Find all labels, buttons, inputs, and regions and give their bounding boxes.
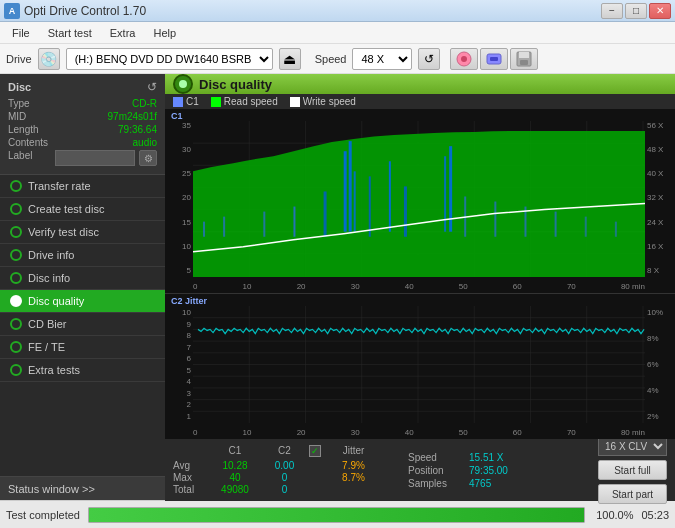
charts-area: C1 35 30 25 20 15 10 5 56 X 48 X 40 X — [165, 109, 675, 501]
start-full-button[interactable]: Start full — [598, 460, 667, 480]
disc-refresh-icon[interactable]: ↺ — [147, 80, 157, 94]
disc-length-val: 79:36.64 — [118, 124, 157, 135]
nav-circle-icon — [10, 203, 22, 215]
sidebar-item-extra-tests[interactable]: Extra tests — [0, 359, 165, 382]
y-label: 8 — [167, 331, 191, 340]
x-label: 10 — [243, 282, 252, 291]
sidebar-item-create-test-disc[interactable]: Create test disc — [0, 198, 165, 221]
app-title: Opti Drive Control 1.70 — [24, 4, 146, 18]
chart-c1-label: C1 — [171, 111, 183, 121]
x-label: 50 — [459, 282, 468, 291]
chart-c1-x-axis: 0 10 20 30 40 50 60 70 80 min — [193, 282, 645, 291]
disc-info-title: Disc — [8, 81, 31, 93]
sidebar-item-transfer-rate[interactable]: Transfer rate — [0, 175, 165, 198]
menu-start-test[interactable]: Start test — [40, 25, 100, 41]
svg-rect-6 — [520, 60, 528, 65]
chart-c2-x-axis: 0 10 20 30 40 50 60 70 80 min — [193, 428, 645, 437]
x-label: 40 — [405, 282, 414, 291]
legend-write-speed: Write speed — [290, 96, 356, 107]
svg-point-1 — [461, 56, 467, 62]
speed-refresh-button[interactable]: ↺ — [418, 48, 440, 70]
x-label: 20 — [297, 428, 306, 437]
title-bar-left: A Opti Drive Control 1.70 — [4, 3, 146, 19]
svg-rect-23 — [354, 171, 356, 231]
close-button[interactable]: ✕ — [649, 3, 671, 19]
chart-c1-y-axis-right: 56 X 48 X 40 X 32 X 24 X 16 X 8 X — [645, 119, 675, 277]
nav-circle-icon — [10, 318, 22, 330]
sidebar-item-drive-info[interactable]: Drive info — [0, 244, 165, 267]
sidebar-item-cd-bier[interactable]: CD Bier — [0, 313, 165, 336]
svg-rect-3 — [490, 57, 498, 61]
sidebar-item-verify-test-disc[interactable]: Verify test disc — [0, 221, 165, 244]
legend-c1: C1 — [173, 96, 199, 107]
drive-action-pink[interactable] — [450, 48, 478, 70]
jitter-checkbox[interactable] — [309, 445, 321, 457]
maximize-button[interactable]: □ — [625, 3, 647, 19]
chart-c2-label: C2 Jitter — [171, 296, 207, 306]
eject-button[interactable]: ⏏ — [279, 48, 301, 70]
y-label-right: 56 X — [647, 121, 673, 130]
x-label: 60 — [513, 428, 522, 437]
sidebar-item-disc-info[interactable]: Disc info — [0, 267, 165, 290]
menu-file[interactable]: File — [4, 25, 38, 41]
menu-help[interactable]: Help — [145, 25, 184, 41]
chart-c1-svg — [193, 121, 645, 277]
disc-contents-row: Contents audio — [8, 137, 157, 148]
drive-label: Drive — [6, 53, 32, 65]
svg-rect-31 — [324, 191, 327, 236]
disc-info-header: Disc ↺ — [8, 80, 157, 94]
disc-contents-val: audio — [133, 137, 157, 148]
stats-max-c1: 40 — [210, 472, 260, 483]
svg-rect-35 — [494, 202, 496, 237]
y-label-right: 2% — [647, 412, 673, 421]
svg-rect-22 — [349, 141, 352, 232]
drive-action-blue[interactable] — [480, 48, 508, 70]
chart-c2-y-axis-right: 10% 8% 6% 4% 2% — [645, 306, 675, 423]
y-label: 6 — [167, 354, 191, 363]
status-window-button[interactable]: Status window >> — [0, 476, 165, 500]
label-input-row: ⚙ — [55, 150, 157, 166]
svg-rect-33 — [404, 186, 407, 236]
stats-avg-jitter: 7.9% — [331, 460, 376, 471]
stats-avg-label: Avg — [173, 460, 208, 471]
stats-avg-c2: 0.00 — [262, 460, 307, 471]
y-label: 5 — [167, 366, 191, 375]
stats-max-jitter: 8.7% — [331, 472, 376, 483]
legend-write-speed-label: Write speed — [303, 96, 356, 107]
label-edit-button[interactable]: ⚙ — [139, 150, 157, 166]
stats-max-row: Max 40 0 8.7% — [173, 472, 376, 483]
speed-stat-label: Speed — [408, 452, 463, 463]
progress-percentage: 100.0% — [593, 509, 633, 521]
sidebar-item-label: Disc info — [28, 272, 70, 284]
svg-rect-39 — [615, 222, 617, 237]
y-label: 30 — [167, 145, 191, 154]
sidebar-item-disc-quality[interactable]: Disc quality — [0, 290, 165, 313]
sidebar-item-label: Extra tests — [28, 364, 80, 376]
y-label-right: 8 X — [647, 266, 673, 275]
nav-circle-icon — [10, 226, 22, 238]
chart-c2: C2 Jitter 10 9 8 7 6 5 4 3 2 1 — [165, 294, 675, 439]
drive-select[interactable]: (H:) BENQ DVD DD DW1640 BSRB — [66, 48, 273, 70]
nav-circle-icon — [10, 249, 22, 261]
drive-action-save[interactable] — [510, 48, 538, 70]
svg-rect-37 — [555, 212, 557, 237]
clv-select[interactable]: 16 X CLV — [598, 436, 667, 456]
stats-avg-row: Avg 10.28 0.00 7.9% — [173, 460, 376, 471]
x-label: 60 — [513, 282, 522, 291]
sidebar-item-fe-te[interactable]: FE / TE — [0, 336, 165, 359]
speed-select[interactable]: 48 X — [352, 48, 412, 70]
disc-contents-key: Contents — [8, 137, 48, 148]
stats-total-c1: 49080 — [210, 484, 260, 495]
label-input[interactable] — [55, 150, 135, 166]
drive-bar: Drive 💿 (H:) BENQ DVD DD DW1640 BSRB ⏏ S… — [0, 44, 675, 74]
nav-circle-icon — [10, 364, 22, 376]
status-text: Test completed — [6, 509, 80, 521]
svg-rect-24 — [389, 161, 391, 231]
menu-extra[interactable]: Extra — [102, 25, 144, 41]
y-label-right: 24 X — [647, 218, 673, 227]
sidebar-item-label: Disc quality — [28, 295, 84, 307]
minimize-button[interactable]: − — [601, 3, 623, 19]
start-part-button[interactable]: Start part — [598, 484, 667, 504]
stats-total-c2: 0 — [262, 484, 307, 495]
stats-total-label: Total — [173, 484, 208, 495]
